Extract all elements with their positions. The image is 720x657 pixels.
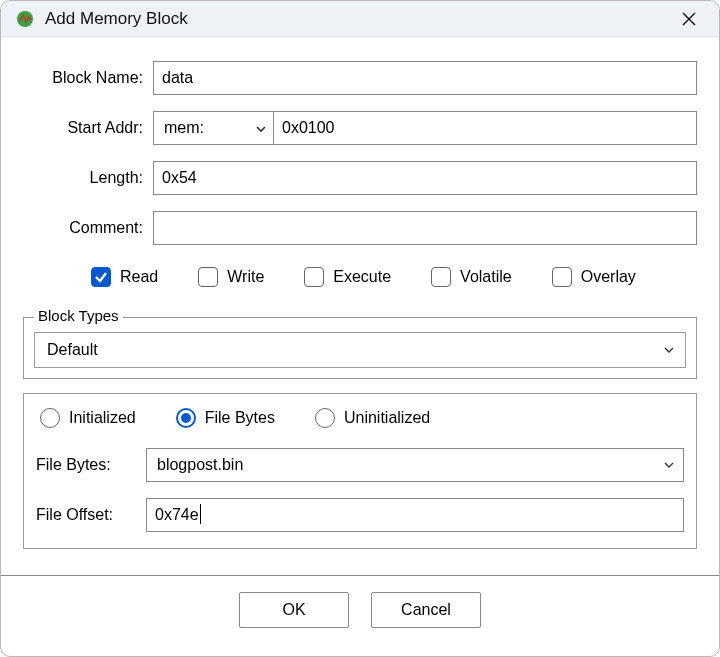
execute-label: Execute	[333, 268, 391, 286]
flags-row: Read Write Execute Volatile	[23, 267, 697, 287]
init-panel: Initialized File Bytes Uninitialized Fil…	[23, 393, 697, 549]
label-length: Length:	[23, 169, 153, 187]
row-start-addr: Start Addr: mem:	[23, 111, 697, 145]
row-length: Length:	[23, 161, 697, 195]
execute-checkbox[interactable]: Execute	[304, 267, 391, 287]
file-bytes-radio[interactable]: File Bytes	[176, 408, 275, 428]
row-file-bytes: File Bytes: blogpost.bin	[36, 448, 684, 482]
dialog-window: Add Memory Block Block Name: Start Addr:…	[0, 0, 720, 657]
titlebar: Add Memory Block	[1, 1, 719, 37]
file-bytes-radio-label: File Bytes	[205, 409, 275, 427]
close-button[interactable]	[667, 3, 711, 35]
address-space-select[interactable]: mem:	[153, 111, 273, 145]
row-block-name: Block Name:	[23, 61, 697, 95]
label-comment: Comment:	[23, 219, 153, 237]
chevron-down-icon	[255, 123, 267, 135]
chevron-down-icon	[663, 344, 675, 356]
text-cursor-icon	[200, 504, 201, 524]
uninitialized-radio[interactable]: Uninitialized	[315, 408, 430, 428]
close-icon	[682, 12, 696, 26]
init-mode-row: Initialized File Bytes Uninitialized	[36, 408, 684, 428]
window-title: Add Memory Block	[45, 9, 667, 29]
file-offset-value: 0x74e	[155, 506, 199, 524]
ok-button[interactable]: OK	[239, 592, 349, 628]
volatile-label: Volatile	[460, 268, 512, 286]
uninitialized-label: Uninitialized	[344, 409, 430, 427]
read-label: Read	[120, 268, 158, 286]
label-start-addr: Start Addr:	[23, 119, 153, 137]
comment-input[interactable]	[153, 211, 697, 245]
cancel-button[interactable]: Cancel	[371, 592, 481, 628]
overlay-label: Overlay	[581, 268, 636, 286]
overlay-checkbox[interactable]: Overlay	[552, 267, 636, 287]
block-types-legend: Block Types	[34, 307, 123, 324]
dialog-content: Block Name: Start Addr: mem: Length: Com…	[1, 37, 719, 656]
label-block-name: Block Name:	[23, 69, 153, 87]
write-label: Write	[227, 268, 264, 286]
initialized-label: Initialized	[69, 409, 136, 427]
label-file-offset: File Offset:	[36, 506, 146, 524]
block-type-value: Default	[47, 341, 98, 359]
block-type-select[interactable]: Default	[34, 332, 686, 368]
block-name-input[interactable]	[153, 61, 697, 95]
label-file-bytes: File Bytes:	[36, 456, 146, 474]
check-icon	[94, 270, 108, 284]
chevron-down-icon	[663, 459, 675, 471]
volatile-checkbox[interactable]: Volatile	[431, 267, 512, 287]
address-space-value: mem:	[164, 119, 204, 137]
row-file-offset: File Offset: 0x74e	[36, 498, 684, 532]
button-bar: OK Cancel	[23, 576, 697, 646]
block-types-fieldset: Block Types Default	[23, 317, 697, 379]
write-checkbox[interactable]: Write	[198, 267, 264, 287]
row-comment: Comment:	[23, 211, 697, 245]
file-bytes-select[interactable]: blogpost.bin	[146, 448, 684, 482]
file-bytes-value: blogpost.bin	[157, 456, 243, 474]
length-input[interactable]	[153, 161, 697, 195]
initialized-radio[interactable]: Initialized	[40, 408, 136, 428]
app-icon	[15, 9, 35, 29]
read-checkbox[interactable]: Read	[91, 267, 158, 287]
file-offset-input[interactable]: 0x74e	[146, 498, 684, 532]
start-addr-input[interactable]	[273, 111, 697, 145]
